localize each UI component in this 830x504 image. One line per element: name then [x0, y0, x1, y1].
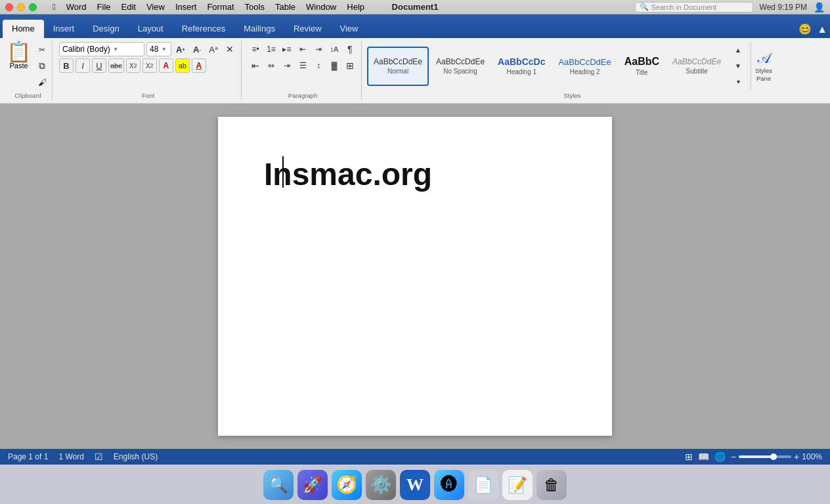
dock-launchpad[interactable]: 🚀 — [297, 470, 328, 500]
highlight-button[interactable]: ab — [175, 58, 190, 73]
font-size-dropdown[interactable]: 48 ▼ — [146, 42, 171, 56]
web-view-button[interactable]: 🌐 — [714, 452, 726, 462]
decrease-font-size-button[interactable]: A- — [190, 42, 204, 56]
dock-safari[interactable]: 🧭 — [332, 470, 362, 500]
increase-font-size-button[interactable]: A+ — [173, 42, 188, 56]
strikethrough-button[interactable]: abc — [108, 58, 124, 73]
style-normal[interactable]: AaBbCcDdEe Normal — [367, 47, 429, 86]
style-subtitle[interactable]: AaBbCcDdEe Subtitle — [666, 47, 727, 86]
increase-indent-button[interactable]: ⇥ — [311, 42, 326, 56]
document-title: Document1 — [392, 2, 439, 12]
document-area[interactable]: Insmac.org — [0, 104, 830, 449]
styles-label: Styles — [563, 92, 580, 99]
dock-system-preferences[interactable]: ⚙️ — [366, 470, 396, 500]
styles-pane-button[interactable]: 𝒜 StylesPane — [751, 42, 776, 90]
traffic-lights — [5, 3, 37, 11]
dock-word[interactable]: W — [400, 470, 430, 500]
styles-nav: ▲ ▼ ▾ — [731, 43, 745, 89]
notification-icon[interactable]: 👤 — [814, 2, 825, 12]
align-left-button[interactable]: ⇤ — [248, 58, 263, 73]
document-text[interactable]: Insmac.org — [264, 156, 566, 192]
tab-mailings[interactable]: Mailings — [234, 20, 284, 38]
sort-button[interactable]: ↕A — [327, 42, 341, 56]
read-view-button[interactable]: 📖 — [698, 452, 709, 462]
maximize-button[interactable] — [29, 3, 37, 11]
tab-design[interactable]: Design — [83, 20, 128, 38]
zoom-out-button[interactable]: − — [731, 452, 736, 462]
style-heading2[interactable]: AaBbCcDdEe Heading 2 — [552, 47, 617, 86]
menu-view[interactable]: View — [141, 2, 170, 12]
font-color-button[interactable]: A — [192, 58, 206, 73]
line-spacing-button[interactable]: ↕ — [311, 58, 326, 73]
toolbar: 📋 Paste ✂ ⧉ 🖌 Clipboard Calibri (Body) ▼… — [0, 38, 830, 104]
collapse-ribbon-icon[interactable]: ▲ — [817, 24, 827, 35]
decrease-indent-button[interactable]: ⇤ — [295, 42, 310, 56]
zoom-slider[interactable] — [739, 455, 791, 458]
ribbon-tabs: Home Insert Design Layout References Mai… — [0, 14, 830, 38]
style-no-spacing[interactable]: AaBbCcDdEe No Spacing — [430, 47, 491, 86]
search-box[interactable]: 🔍 Search in Document — [635, 2, 753, 12]
styles-scroll-up-button[interactable]: ▲ — [731, 43, 745, 58]
dock-preview[interactable]: 📄 — [468, 470, 498, 500]
bold-button[interactable]: B — [59, 58, 74, 73]
menu-tools[interactable]: Tools — [240, 2, 270, 12]
minimize-button[interactable] — [17, 3, 25, 11]
copy-button[interactable]: ⧉ — [35, 59, 49, 74]
style-heading1[interactable]: AaBbCcDc Heading 1 — [492, 47, 551, 86]
menu-file[interactable]: File — [92, 2, 116, 12]
zoom-in-button[interactable]: + — [794, 452, 799, 462]
tab-references[interactable]: References — [173, 20, 234, 38]
bullets-button[interactable]: ≡• — [248, 42, 263, 56]
status-bar: Page 1 of 1 1 Word ☑ English (US) ⊞ 📖 🌐 … — [0, 449, 830, 465]
tab-insert[interactable]: Insert — [44, 20, 84, 38]
italic-button[interactable]: I — [76, 58, 90, 73]
underline-button[interactable]: U — [92, 58, 106, 73]
numbering-button[interactable]: 1≡ — [264, 42, 278, 56]
zoom-level: 100% — [802, 452, 822, 461]
menu-edit[interactable]: Edit — [116, 2, 141, 12]
style-title[interactable]: AaBbC Title — [619, 47, 665, 86]
dock-trash[interactable]: 🗑 — [536, 470, 567, 500]
dock-notes[interactable]: 📝 — [502, 470, 533, 500]
tab-review[interactable]: Review — [284, 20, 331, 38]
menu-help[interactable]: Help — [341, 2, 370, 12]
clear-formatting-button[interactable]: ✕ — [223, 42, 237, 56]
format-painter-button[interactable]: 🖌 — [35, 75, 49, 90]
paragraph-label: Paragraph — [288, 92, 317, 99]
tab-layout[interactable]: Layout — [129, 20, 173, 38]
paste-button[interactable]: 📋 Paste — [7, 42, 31, 90]
tab-home[interactable]: Home — [3, 20, 44, 38]
tab-view[interactable]: View — [331, 20, 368, 38]
font-name-dropdown[interactable]: Calibri (Body) ▼ — [59, 42, 144, 56]
styles-more-button[interactable]: ▾ — [731, 75, 745, 89]
apple-menu[interactable]:  — [47, 2, 61, 12]
menu-format[interactable]: Format — [202, 2, 239, 12]
justify-button[interactable]: ☰ — [295, 58, 310, 73]
clipboard-group: 📋 Paste ✂ ⧉ 🖌 Clipboard — [4, 41, 53, 100]
close-button[interactable] — [5, 3, 13, 11]
dock-finder[interactable]: 🔍 — [263, 470, 294, 500]
clock: Wed 9:19 PM — [760, 3, 807, 12]
status-bar-right: ⊞ 📖 🌐 − + 100% — [685, 452, 822, 462]
cut-button[interactable]: ✂ — [35, 43, 49, 57]
shading-button[interactable]: ▓ — [327, 58, 341, 73]
spelling-check-icon[interactable]: ☑ — [95, 452, 103, 462]
language-indicator[interactable]: English (US) — [114, 452, 158, 461]
styles-scroll-down-button[interactable]: ▼ — [731, 59, 745, 74]
superscript-button[interactable]: X2 — [142, 58, 157, 73]
menu-insert[interactable]: Insert — [170, 2, 202, 12]
menu-table[interactable]: Table — [270, 2, 301, 12]
subscript-button[interactable]: X2 — [126, 58, 141, 73]
dock-app-store[interactable]: 🅐 — [434, 470, 464, 500]
text-color-button[interactable]: A — [159, 58, 173, 73]
layout-view-button[interactable]: ⊞ — [685, 452, 693, 462]
share-icon[interactable]: 😊 — [798, 23, 812, 35]
align-center-button[interactable]: ⇔ — [264, 58, 278, 73]
change-case-button[interactable]: Aᵃ — [206, 42, 221, 56]
menu-word[interactable]: Word — [61, 2, 92, 12]
multilevel-list-button[interactable]: ▸≡ — [280, 42, 294, 56]
show-formatting-button[interactable]: ¶ — [343, 42, 357, 56]
borders-button[interactable]: ⊞ — [343, 58, 357, 73]
menu-window[interactable]: Window — [301, 2, 341, 12]
align-right-button[interactable]: ⇥ — [280, 58, 294, 73]
